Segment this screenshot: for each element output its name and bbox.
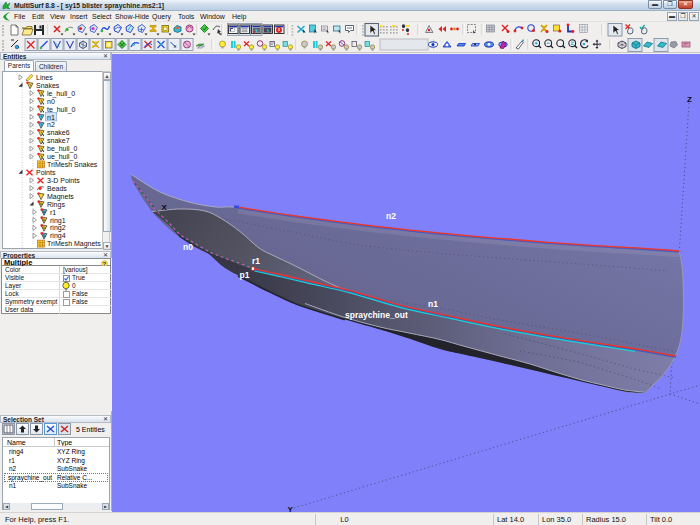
svg-text:p1: p1 [240, 270, 250, 280]
svg-text:n0: n0 [47, 98, 55, 105]
svg-text:n1: n1 [47, 114, 55, 121]
svg-text:Rings: Rings [47, 201, 65, 209]
svg-text:ring4: ring4 [50, 232, 66, 240]
svg-text:snake6: snake6 [47, 129, 70, 136]
svg-text:Y: Y [288, 505, 294, 513]
svg-text:r1: r1 [252, 256, 260, 266]
svg-text:Beads: Beads [47, 185, 67, 192]
svg-text:3-D Points: 3-D Points [47, 177, 80, 184]
svg-text:TriMesh Snakes: TriMesh Snakes [47, 161, 98, 168]
svg-text:spraychine_out: spraychine_out [345, 310, 408, 320]
svg-text:n2: n2 [47, 121, 55, 128]
svg-text:n2: n2 [386, 211, 396, 221]
svg-text:Snakes: Snakes [36, 82, 60, 89]
svg-text:ring1: ring1 [50, 217, 66, 225]
svg-text:le_hull_0: le_hull_0 [47, 90, 75, 98]
svg-text:n1: n1 [428, 299, 438, 309]
svg-text:X: X [162, 203, 168, 212]
svg-text:snake7: snake7 [47, 137, 70, 144]
svg-text:ring2: ring2 [50, 224, 66, 232]
svg-text:ue_hull_0: ue_hull_0 [47, 153, 77, 161]
svg-text:Points: Points [36, 169, 56, 176]
svg-text:n0: n0 [183, 242, 193, 252]
svg-text:x: x [174, 43, 177, 49]
svg-text:Lines: Lines [36, 74, 53, 81]
svg-text:be_hull_0: be_hull_0 [47, 145, 77, 153]
svg-text:TriMesh Magnets: TriMesh Magnets [47, 240, 101, 248]
svg-text:Z: Z [687, 95, 692, 104]
svg-text:Magnets: Magnets [47, 193, 74, 201]
svg-text:r1: r1 [50, 209, 56, 216]
